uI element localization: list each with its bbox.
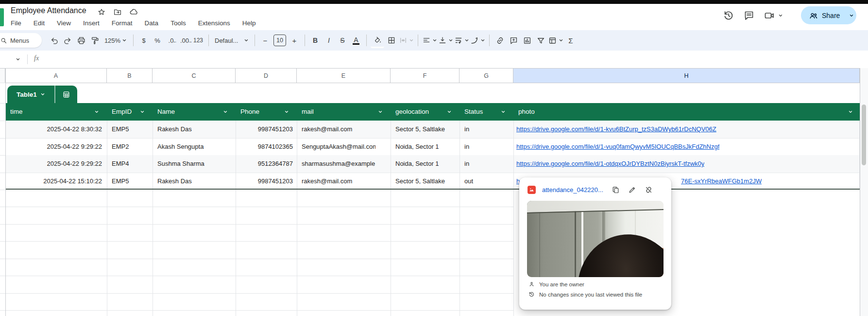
cloud-status-icon[interactable] bbox=[129, 7, 138, 17]
cell-name[interactable]: Rakesh Das bbox=[157, 173, 235, 190]
header-time[interactable]: time bbox=[10, 103, 23, 121]
cell-geolocation[interactable]: Sector 5, Saltlake bbox=[395, 121, 459, 138]
status-filter-icon[interactable] bbox=[501, 109, 506, 114]
remove-link-button[interactable] bbox=[645, 186, 653, 194]
cell-empid[interactable]: EMP5 bbox=[112, 173, 153, 190]
menu-view[interactable]: View bbox=[53, 18, 75, 28]
column-header-F[interactable]: F bbox=[391, 69, 460, 83]
paint-format-button[interactable] bbox=[88, 34, 101, 47]
cell-photo-link[interactable]: https://drive.google.com/file/d/1-kvu6Bt… bbox=[516, 121, 716, 138]
header-phone[interactable]: Phone bbox=[240, 103, 259, 121]
name-box-dropdown-icon[interactable] bbox=[16, 57, 20, 62]
cell-time[interactable]: 2025-04-22 15:10:22 bbox=[8, 173, 102, 190]
menu-file[interactable]: File bbox=[7, 18, 25, 28]
cell-phone[interactable]: 9512364787 bbox=[236, 155, 293, 172]
increase-font-size-button[interactable]: + bbox=[288, 34, 301, 47]
column-header-B[interactable]: B bbox=[107, 69, 153, 83]
cell-photo-link[interactable]: https://drive.google.com/file/d/1-vuq0fa… bbox=[516, 138, 719, 155]
table-tab[interactable]: Table1 bbox=[7, 86, 77, 103]
cell-name[interactable]: Sushma Sharma bbox=[157, 155, 235, 172]
cell-mail[interactable]: rakesh@mail.com bbox=[302, 121, 375, 138]
header-geolocation[interactable]: geolocation bbox=[395, 103, 429, 121]
menu-extensions[interactable]: Extensions bbox=[194, 18, 234, 28]
cell-geolocation[interactable]: Sector 5, Saltlake bbox=[395, 173, 459, 190]
undo-button[interactable] bbox=[48, 34, 60, 47]
font-family-select[interactable]: Defaul... bbox=[213, 34, 251, 47]
header-photo[interactable]: photo bbox=[518, 103, 535, 121]
cell-geolocation[interactable]: Noida, Sector 1 bbox=[395, 155, 459, 172]
comments-icon[interactable] bbox=[743, 10, 755, 21]
cell-time[interactable]: 2025-04-22 9:29:22 bbox=[8, 155, 102, 172]
column-header-C[interactable]: C bbox=[153, 69, 236, 83]
cell-empid[interactable]: EMP4 bbox=[112, 155, 153, 172]
print-button[interactable] bbox=[75, 34, 87, 47]
borders-button[interactable] bbox=[385, 34, 398, 47]
strikethrough-button[interactable]: S bbox=[336, 34, 349, 47]
horizontal-align-button[interactable] bbox=[422, 34, 437, 47]
header-name[interactable]: Name bbox=[157, 103, 175, 121]
corner-stub[interactable] bbox=[0, 69, 5, 83]
cell-time[interactable]: 2025-04-22 8:30:32 bbox=[8, 121, 102, 138]
time-filter-icon[interactable] bbox=[94, 109, 99, 114]
cell-status[interactable]: in bbox=[464, 155, 508, 172]
text-color-button[interactable]: A bbox=[350, 34, 362, 47]
vertical-align-button[interactable] bbox=[438, 34, 453, 47]
name-filter-icon[interactable] bbox=[223, 109, 228, 114]
column-header-E[interactable]: E bbox=[297, 69, 391, 83]
cell-time[interactable]: 2025-04-22 9:29:22 bbox=[8, 138, 102, 155]
cell-phone[interactable]: 9874102365 bbox=[236, 138, 293, 155]
file-preview-photo[interactable] bbox=[527, 201, 664, 277]
text-rotation-button[interactable] bbox=[470, 34, 485, 47]
menu-tools[interactable]: Tools bbox=[167, 18, 190, 28]
menu-data[interactable]: Data bbox=[141, 18, 163, 28]
vertical-scrollbar-thumb[interactable] bbox=[862, 105, 866, 165]
copy-link-button[interactable] bbox=[612, 186, 620, 194]
cell-photo-link-end[interactable]: 76E-sxYrRbeaWFGb1m2JW bbox=[681, 173, 762, 190]
cell-mail[interactable]: rakesh@mail.com bbox=[302, 173, 375, 190]
more-formats-button[interactable]: 123 bbox=[192, 34, 204, 47]
text-wrap-button[interactable] bbox=[454, 34, 469, 47]
column-header-A[interactable]: A bbox=[5, 69, 107, 83]
fill-color-button[interactable] bbox=[371, 33, 384, 48]
increase-decimal-button[interactable]: .00→ bbox=[178, 34, 191, 47]
meet-video-icon[interactable] bbox=[764, 10, 783, 21]
redo-button[interactable] bbox=[61, 34, 74, 47]
cell-status[interactable]: in bbox=[464, 138, 508, 155]
insert-chart-button[interactable] bbox=[521, 34, 533, 47]
star-icon[interactable] bbox=[97, 8, 106, 17]
decrease-decimal-button[interactable]: .0← bbox=[165, 34, 177, 47]
zoom-select[interactable]: 125% bbox=[102, 34, 129, 47]
menu-format[interactable]: Format bbox=[108, 18, 136, 28]
insert-link-button[interactable] bbox=[494, 34, 506, 47]
table-views-button[interactable] bbox=[548, 34, 563, 47]
table-grid-button[interactable] bbox=[54, 86, 77, 103]
formula-bar[interactable]: fx bbox=[0, 51, 868, 68]
cell-photo-link[interactable]: https://drive.google.com/file/d/1-otdqxO… bbox=[516, 155, 704, 172]
column-header-H-selected[interactable]: H bbox=[513, 69, 860, 83]
column-header-G[interactable]: G bbox=[460, 69, 513, 83]
share-button[interactable]: Share bbox=[801, 6, 856, 24]
cell-empid[interactable]: EMP5 bbox=[112, 121, 153, 138]
cell-mail[interactable]: SenguptaAkash@mail.com bbox=[302, 138, 375, 155]
cell-phone[interactable]: 9987451203 bbox=[236, 121, 293, 138]
font-size-input[interactable]: 10 bbox=[273, 35, 286, 46]
create-filter-button[interactable] bbox=[534, 34, 547, 47]
cell-status[interactable]: in bbox=[464, 121, 508, 138]
bold-button[interactable]: B bbox=[309, 34, 322, 47]
menu-help[interactable]: Help bbox=[238, 18, 260, 28]
move-folder-icon[interactable] bbox=[113, 8, 122, 17]
cell-name[interactable]: Akash Sengupta bbox=[157, 138, 235, 155]
header-status[interactable]: Status bbox=[464, 103, 483, 121]
decrease-font-size-button[interactable]: − bbox=[259, 34, 272, 47]
format-currency-button[interactable]: $ bbox=[137, 34, 150, 47]
cell-phone[interactable]: 9987451203 bbox=[236, 173, 293, 190]
italic-button[interactable]: I bbox=[323, 34, 335, 47]
cell-status[interactable]: out bbox=[464, 173, 508, 190]
mail-filter-icon[interactable] bbox=[378, 109, 383, 114]
cell-name[interactable]: Rakesh Das bbox=[157, 121, 235, 138]
edit-link-button[interactable] bbox=[628, 186, 636, 194]
document-title[interactable]: Employee Attendance bbox=[11, 6, 86, 15]
header-mail[interactable]: mail bbox=[302, 103, 314, 121]
phone-filter-icon[interactable] bbox=[284, 109, 289, 114]
format-percent-button[interactable]: % bbox=[151, 34, 164, 47]
